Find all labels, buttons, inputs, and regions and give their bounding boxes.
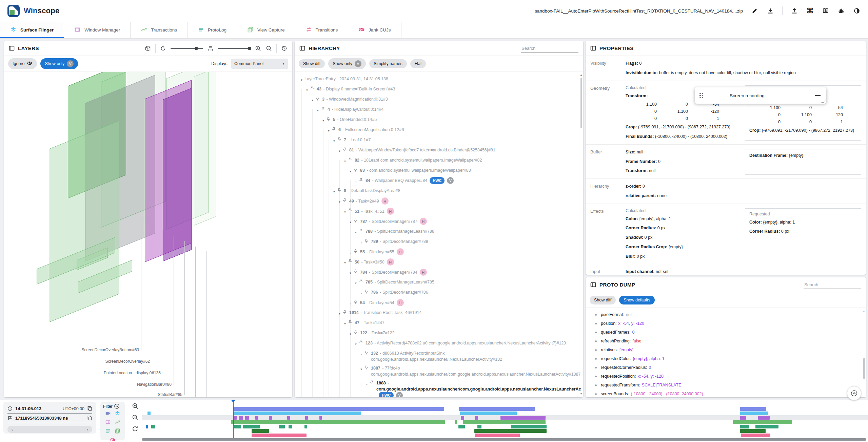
pin-icon[interactable] <box>353 218 358 224</box>
timeline-reset-zoom-icon[interactable] <box>132 425 139 433</box>
timeline-segment[interactable] <box>740 407 766 411</box>
viewcapture-filter-icon[interactable] <box>115 428 120 435</box>
reset-view-icon[interactable] <box>281 45 288 52</box>
tree-row-83[interactable]: ▼83 - com.android.systemui.wallpapers.Im… <box>348 166 572 176</box>
tree-row-50[interactable]: ▼50 - Task=3#50H <box>342 257 572 268</box>
tree-row-788[interactable]: ▼788 - SplitDecorManagerLeash#788 <box>353 227 572 237</box>
timeline-segment[interactable] <box>475 434 520 437</box>
ns-timestamp[interactable]: 1711895465013903348 ns <box>15 416 68 421</box>
download-icon[interactable] <box>767 7 774 15</box>
pin-icon[interactable] <box>337 137 342 142</box>
tree-row-82[interactable]: ▼82 - 181eabf com.android.systemui.wallp… <box>342 156 572 166</box>
pin-icon[interactable] <box>337 188 342 193</box>
human-timestamp[interactable]: 14:31:05.013 <box>15 406 41 411</box>
property-row[interactable]: Final Bounds: (-10800, -24000) - (10800,… <box>626 133 742 140</box>
expand-arrow-icon[interactable]: ▼ <box>304 86 310 93</box>
pin-icon[interactable] <box>359 279 364 285</box>
property-row[interactable]: z-order: 0 <box>626 183 861 190</box>
expand-timeline-button[interactable] <box>847 386 861 400</box>
proto-row-requestedCornerRadius[interactable]: requestedCornerRadius:0 <box>586 363 864 372</box>
expand-arrow-icon[interactable]: ▼ <box>320 117 326 124</box>
timeline-segment[interactable] <box>755 425 778 428</box>
timeline-segment[interactable] <box>460 412 517 415</box>
proto-row-requestedPosition[interactable]: requestedPosition:x: -54, y: -120 <box>586 372 864 381</box>
report-bug-icon[interactable] <box>837 7 845 15</box>
property-row[interactable]: Color: {empty}, alpha: 1 <box>626 216 742 222</box>
pin-icon[interactable] <box>364 351 369 356</box>
property-row[interactable]: Frame Number: 0 <box>626 159 742 165</box>
tree-row-55[interactable]: ●55 - Dim layer#55H <box>348 247 572 257</box>
pin-icon[interactable] <box>353 300 358 305</box>
documentation-icon[interactable] <box>822 7 829 15</box>
property-row[interactable]: Flags: 0 <box>626 60 861 67</box>
pin-icon[interactable] <box>348 259 353 264</box>
timeline-segment[interactable] <box>500 416 546 420</box>
property-row[interactable]: Crop: (-9769.091, -21709.090) - (9867.27… <box>749 127 857 134</box>
expand-arrow-icon[interactable]: ▼ <box>353 340 359 348</box>
timeline-segment[interactable] <box>287 416 290 420</box>
chip-flat[interactable]: Flat <box>410 59 426 68</box>
proto-search-input[interactable] <box>804 281 861 289</box>
expand-arrow-icon[interactable]: ▼ <box>348 218 353 226</box>
timeline-row-screen-recording[interactable] <box>146 407 866 411</box>
timeline-segment[interactable] <box>477 425 482 428</box>
expand-arrow-icon[interactable]: ▼ <box>342 208 348 215</box>
property-row[interactable]: Crop: (-9769.091, -21709.090) - (9867.27… <box>626 124 742 130</box>
layer-shape[interactable] <box>49 121 119 322</box>
tree-row-8[interactable]: ▼8 - DefaultTaskDisplayArea#8 <box>331 186 572 196</box>
tab-window-manager[interactable]: Window Manager <box>64 22 131 38</box>
pin-icon[interactable] <box>370 380 375 385</box>
tree-row-789[interactable]: ●789 - SplitDecorManager#789 <box>358 237 572 247</box>
drag-handle-icon[interactable] <box>699 93 703 99</box>
pin-icon[interactable] <box>348 320 353 325</box>
property-row[interactable]: Invisible due to: buffer is empty, does … <box>626 70 861 76</box>
expand-arrow-icon[interactable]: ▼ <box>331 188 337 195</box>
timeline-row-view-capture[interactable] <box>146 425 866 428</box>
expand-arrow-icon[interactable]: ▼ <box>331 137 337 144</box>
zoom-out-icon[interactable] <box>265 45 272 52</box>
pin-icon[interactable] <box>342 147 348 152</box>
timeline-segment[interactable] <box>733 420 792 424</box>
property-row[interactable]: Corner Radius: 0 px <box>749 228 857 235</box>
tree-row[interactable]: ▼LayerTraceEntry - 2024-03-31, 14:31:05.… <box>299 75 572 85</box>
timeline-row-transitions[interactable] <box>146 429 866 433</box>
dark-mode-icon[interactable] <box>853 7 861 15</box>
pin-icon[interactable] <box>310 86 315 91</box>
timeline-segment[interactable] <box>740 412 768 415</box>
edit-icon[interactable] <box>751 7 758 15</box>
timeline-segment[interactable] <box>740 416 746 420</box>
layer-shape[interactable] <box>163 88 192 261</box>
expand-arrow-icon[interactable]: ▼ <box>342 320 348 327</box>
timeline-segment[interactable] <box>234 412 361 415</box>
pin-icon[interactable] <box>321 107 326 112</box>
timeline-zoom-out-icon[interactable] <box>132 414 139 421</box>
property-row[interactable]: Input channel: not set <box>626 269 861 275</box>
tree-row-84[interactable]: ●84 - Wallpaper BBQ wrapper#84HWCV <box>353 176 572 186</box>
pin-icon[interactable] <box>359 178 364 183</box>
property-row[interactable]: Transform: null <box>626 168 742 174</box>
tree-row-1914[interactable]: ▼1914 - Transition Root: Task=46#1914 <box>337 308 572 318</box>
timeline-segment[interactable] <box>319 416 321 420</box>
timeline-scrollbar[interactable] <box>142 438 866 441</box>
hierarchy-search-input[interactable] <box>521 44 578 52</box>
upload-icon[interactable] <box>791 7 798 15</box>
timeline-segment[interactable] <box>305 416 308 420</box>
timeline-segment[interactable] <box>455 420 457 424</box>
pin-icon[interactable] <box>342 198 348 203</box>
timeline-segment[interactable] <box>146 425 148 428</box>
property-row[interactable]: Shadow: 0 px <box>626 234 742 241</box>
timeline-segment[interactable] <box>511 425 546 428</box>
tree-row-81[interactable]: ▼81 - WallpaperWindowToken{fcfbcd7 token… <box>337 146 572 156</box>
proto-row-pixelFormat[interactable]: pixelFormat:null <box>586 310 864 319</box>
timeline-zoom-in-icon[interactable] <box>132 402 139 409</box>
pin-icon[interactable] <box>348 157 353 163</box>
timeline-segment[interactable] <box>239 416 243 420</box>
pin-icon[interactable] <box>359 340 364 345</box>
tree-row-43[interactable]: ▼43 - Display 0 name="Built-in Screen"#4… <box>304 85 572 95</box>
ignore-chip[interactable]: Ignore <box>8 58 37 69</box>
spacing-slider[interactable] <box>218 48 251 49</box>
timeline-segment[interactable] <box>304 425 308 428</box>
timeline-segment[interactable] <box>147 412 151 415</box>
window-filter-icon[interactable] <box>105 419 111 426</box>
resize-handle[interactable] <box>821 100 827 103</box>
